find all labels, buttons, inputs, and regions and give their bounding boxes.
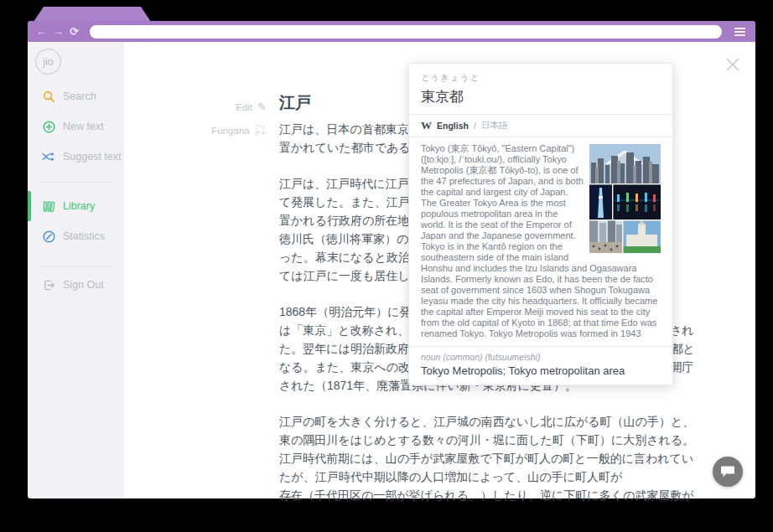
sidebar-item-sign-out[interactable]: Sign Out (28, 271, 124, 298)
sidebar-item-search[interactable]: Search (28, 83, 124, 110)
app-logo-text: jio (43, 56, 54, 68)
browser-window: ← → ⟳ jio Search New text (28, 7, 755, 498)
search-icon (42, 90, 55, 103)
statistics-icon (42, 230, 55, 243)
sidebar-item-label: New text (63, 121, 104, 132)
text-line[interactable]: 江戸時代前期には、山の手が武家屋敷で下町が町人の町と一般的に言われてい (279, 452, 707, 470)
language-tab-english[interactable]: English (437, 121, 469, 131)
back-icon[interactable]: ← (36, 26, 47, 37)
chat-button[interactable] (713, 457, 743, 487)
sidebar-item-suggest-text[interactable]: Suggest text (28, 143, 124, 170)
jmdict-definition: Tokyo Metropolis; Tokyo metropolitan are… (421, 364, 661, 377)
menu-icon[interactable] (733, 26, 747, 38)
dictionary-popup: とうきょうと 東京都 W English / 日本語 (408, 63, 673, 385)
sidebar-item-label: Library (63, 200, 95, 212)
tokyo-photo-montage (589, 144, 661, 253)
sidebar-item-statistics[interactable]: Statistics (28, 223, 124, 250)
close-icon[interactable] (724, 56, 741, 73)
furigana-icon: フリガナ (255, 125, 267, 136)
edit-button[interactable]: Edit ✎ (215, 101, 267, 113)
sidebar: jio Search New text Suggest text (28, 42, 124, 498)
edit-label: Edit (236, 102, 252, 112)
text-line[interactable]: 東の隅田川をはじめとする数々の河川・堀に面した町（下町）に大別される。 (279, 433, 707, 452)
sidebar-divider (38, 266, 114, 266)
browser-toolbar: ← → ⟳ (28, 21, 755, 42)
forward-icon[interactable]: → (53, 26, 64, 37)
library-icon (42, 199, 55, 213)
part-of-speech-label: noun (common) (futsuumeishi) (421, 352, 661, 362)
shuffle-icon (42, 150, 55, 163)
furigana-label: Furigana (211, 126, 249, 136)
sidebar-item-label: Suggest text (63, 151, 122, 163)
text-line[interactable]: 存在（千代田区の一部が挙げられる。）したり、逆に下町に多くの武家屋敷が (279, 488, 707, 507)
text-line[interactable]: 江戸の町を大きく分けると、江戸城の南西ないし北に広がる町（山の手）と、 (279, 415, 707, 433)
reload-icon[interactable]: ⟳ (70, 26, 79, 37)
language-tab-japanese[interactable]: 日本語 (481, 120, 508, 132)
popup-reading: とうきょうと (421, 72, 661, 84)
popup-body: Tokyo (東京 Tōkyō, "Eastern Capital") ([to… (409, 137, 672, 346)
sidebar-divider (38, 182, 114, 183)
app-logo[interactable]: jio (35, 49, 61, 75)
browser-tab[interactable] (34, 7, 151, 22)
popup-word: 東京都 (421, 87, 661, 106)
url-bar[interactable] (90, 25, 722, 39)
reader-main: Edit ✎ Furigana フリガナ 江戸 江戸は、日本の首都東京の旧称で … (124, 42, 755, 498)
app-content: jio Search New text Suggest text (28, 42, 755, 498)
sidebar-item-library[interactable]: Library (28, 193, 124, 220)
paragraph: 江戸の町を大きく分けると、江戸城の南西ないし北に広がる町（山の手）と、 東の隅田… (279, 415, 707, 507)
sidebar-item-label: Sign Out (63, 279, 104, 291)
pencil-icon: ✎ (257, 101, 267, 113)
chat-bubble-icon (720, 465, 735, 478)
sidebar-item-new-text[interactable]: New text (28, 113, 124, 140)
popup-header: とうきょうと 東京都 (409, 64, 672, 115)
active-indicator (28, 191, 31, 221)
popup-source-row: W English / 日本語 (409, 115, 672, 137)
sidebar-item-label: Search (63, 90, 96, 102)
plus-circle-icon (42, 120, 55, 133)
popup-footer: noun (common) (futsuumeishi) Tokyo Metro… (409, 346, 672, 385)
wikipedia-icon: W (421, 119, 432, 132)
furigana-toggle[interactable]: Furigana フリガナ (204, 125, 267, 136)
sign-out-icon (42, 278, 55, 292)
language-separator: / (474, 121, 476, 131)
text-line[interactable]: たが、江戸時代中期以降の人口増加によって、山の手に町人町が (279, 470, 707, 488)
sidebar-item-label: Statistics (63, 230, 105, 242)
